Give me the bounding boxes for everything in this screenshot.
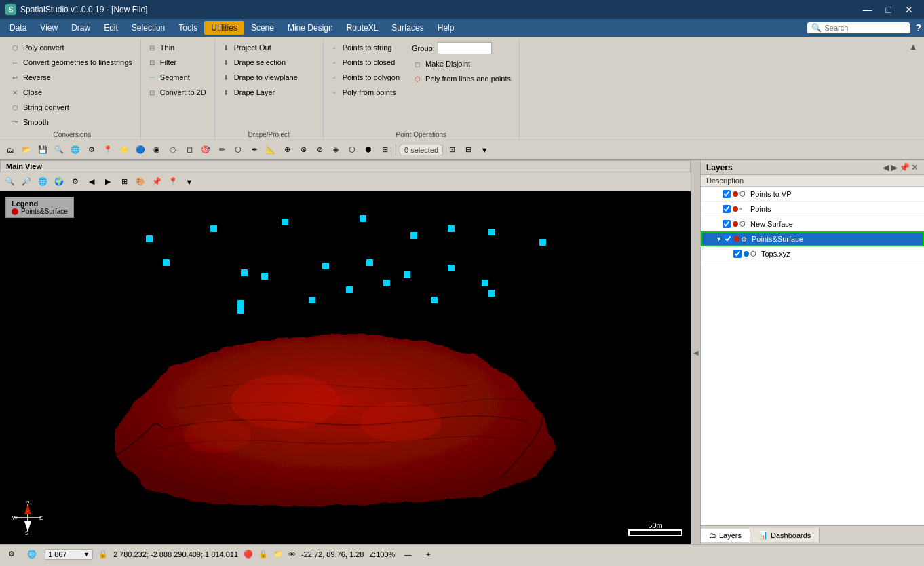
points-to-string-btn[interactable]: ◦ Points to string xyxy=(326,41,402,54)
tool23[interactable]: ⊞ xyxy=(377,143,392,157)
tool14[interactable]: ⬡ xyxy=(231,143,246,157)
tool4[interactable]: 🌐 xyxy=(68,143,83,157)
menu-edit[interactable]: Edit xyxy=(97,21,125,35)
vp-pin2[interactable]: 📍 xyxy=(166,174,180,189)
search-input[interactable] xyxy=(824,24,906,32)
layer-row-new-surface[interactable]: ⬡ New Surface xyxy=(701,216,924,231)
close-btn[interactable]: ✕ Close xyxy=(7,86,135,99)
reverse-btn[interactable]: ↩ Reverse xyxy=(7,71,135,84)
vp-globe1[interactable]: 🌐 xyxy=(35,174,50,189)
tool20[interactable]: ◈ xyxy=(328,143,343,157)
search-box[interactable]: 🔍 xyxy=(807,22,910,33)
vp-pin1[interactable]: 📌 xyxy=(149,174,164,189)
drape-layer-btn[interactable]: ⬇ Drape Layer xyxy=(218,86,317,99)
tool3[interactable]: 🔍 xyxy=(52,143,66,157)
vp-color[interactable]: 🎨 xyxy=(133,174,148,189)
tool15[interactable]: ✒ xyxy=(247,143,262,157)
vp-next[interactable]: ▶ xyxy=(100,174,115,189)
vp-more[interactable]: ▼ xyxy=(182,174,197,189)
tool16[interactable]: 📐 xyxy=(263,143,278,157)
tool21[interactable]: ⬡ xyxy=(345,143,360,157)
save-btn[interactable]: 💾 xyxy=(35,143,50,157)
tab-layers[interactable]: 🗂 Layers xyxy=(701,529,750,542)
minimize-button[interactable]: — xyxy=(858,3,878,16)
tool-sel2[interactable]: ⊟ xyxy=(461,143,476,157)
tool11[interactable]: ◻ xyxy=(182,143,197,157)
status-settings-btn[interactable]: ⚙ xyxy=(4,547,19,562)
open-btn[interactable]: 📂 xyxy=(19,143,34,157)
tool9[interactable]: ◉ xyxy=(149,143,164,157)
vp-grid[interactable]: ⊞ xyxy=(117,174,132,189)
layers-close[interactable]: ✕ xyxy=(911,162,919,172)
help-button[interactable]: ? xyxy=(915,22,921,33)
tool18[interactable]: ⊗ xyxy=(296,143,311,157)
layers-panel-header-btns[interactable]: ◀ ▶ 📌 ✕ xyxy=(883,162,919,172)
layers-nav-next[interactable]: ▶ xyxy=(891,162,898,172)
collapse-handle[interactable]: ◀ xyxy=(691,160,700,544)
menu-routexl[interactable]: RouteXL xyxy=(340,21,385,35)
layer-visibility-pts-vp[interactable] xyxy=(723,190,731,198)
points-to-polygon-btn[interactable]: ◦ Points to polygon xyxy=(326,71,402,84)
drape-selection-btn[interactable]: ⬇ Drape selection xyxy=(218,56,317,69)
menu-data[interactable]: Data xyxy=(3,21,33,35)
layer-row-tops-xyz[interactable]: ⬡ Tops.xyz xyxy=(701,246,924,261)
menu-selection[interactable]: Selection xyxy=(125,21,172,35)
thin-btn[interactable]: ⊟ Thin xyxy=(144,41,209,54)
tab-dashboards[interactable]: 📊 Dashboards xyxy=(750,528,820,542)
vp-prev[interactable]: ◀ xyxy=(84,174,99,189)
tool-sel1[interactable]: ⊡ xyxy=(444,143,459,157)
tool13[interactable]: ✏ xyxy=(214,143,229,157)
tool5[interactable]: ⚙ xyxy=(84,143,99,157)
menu-mine-design[interactable]: Mine Design xyxy=(281,21,340,35)
segment-btn[interactable]: 〰 Segment xyxy=(144,71,209,84)
menu-scene[interactable]: Scene xyxy=(244,21,281,35)
new-file-btn[interactable]: 🗂 xyxy=(3,143,18,157)
status-plus-btn[interactable]: + xyxy=(421,547,436,562)
viewport-3d[interactable]: Legend Points&Surface xyxy=(0,191,691,544)
string-convert-btn[interactable]: ⬡ String convert xyxy=(7,100,135,114)
close-button[interactable]: ✕ xyxy=(900,3,919,16)
vp-zoom-out[interactable]: 🔎 xyxy=(19,174,34,189)
tool6[interactable]: 📍 xyxy=(100,143,115,157)
menu-surfaces[interactable]: Surfaces xyxy=(385,21,430,35)
maximize-button[interactable]: □ xyxy=(881,3,897,16)
tool10[interactable]: ◌ xyxy=(166,143,180,157)
smooth-btn[interactable]: 〜 Smooth xyxy=(7,115,135,129)
vp-zoom-in[interactable]: 🔍 xyxy=(3,174,18,189)
points-to-closed-btn[interactable]: ◦ Points to closed xyxy=(326,56,402,69)
vp-globe2[interactable]: 🌍 xyxy=(52,174,66,189)
convert-geometries-btn[interactable]: ↔ Convert geometries to linestrings xyxy=(7,56,135,69)
filter-btn[interactable]: ⊡ Filter xyxy=(144,56,209,69)
title-bar-controls[interactable]: — □ ✕ xyxy=(858,3,919,16)
tool-dropdown[interactable]: ▼ xyxy=(477,143,492,157)
poly-convert-btn[interactable]: ⬡ Poly convert xyxy=(7,41,135,54)
layer-visibility-pts[interactable] xyxy=(723,205,731,213)
vp-settings[interactable]: ⚙ xyxy=(68,174,83,189)
layer-row-points[interactable]: ◦ Points xyxy=(701,202,924,216)
layer-visibility-pts-surf[interactable] xyxy=(724,235,732,243)
layer-visibility-tops[interactable] xyxy=(733,250,742,258)
layer-row-points-to-vp[interactable]: ⬡ Points to VP xyxy=(701,187,924,202)
layer-row-points-surface[interactable]: ▼ ⚙ Points&Surface xyxy=(701,231,924,246)
layers-nav-prev[interactable]: ◀ xyxy=(883,162,889,172)
menu-draw[interactable]: Draw xyxy=(64,21,97,35)
drape-viewplane-btn[interactable]: ⬇ Drape to viewplane xyxy=(218,71,317,84)
poly-from-lines-btn[interactable]: ⬡ Poly from lines and points xyxy=(409,72,514,86)
layer-visibility-new-surf[interactable] xyxy=(723,220,731,228)
tool8[interactable]: 🔵 xyxy=(133,143,148,157)
zoom-dropdown[interactable]: ▼ xyxy=(83,551,90,558)
group-input[interactable] xyxy=(438,42,492,54)
tool17[interactable]: ⊕ xyxy=(280,143,294,157)
status-globe-btn[interactable]: 🌐 xyxy=(24,547,39,562)
status-minus-btn[interactable]: — xyxy=(400,547,415,562)
ribbon-collapse-btn[interactable]: ▲ xyxy=(909,42,917,52)
tool22[interactable]: ⬢ xyxy=(361,143,376,157)
zoom-input[interactable] xyxy=(48,550,82,559)
menu-utilities[interactable]: Utilities xyxy=(204,21,244,35)
menu-view[interactable]: View xyxy=(33,21,64,35)
tool19[interactable]: ⊘ xyxy=(312,143,327,157)
convert-2d-btn[interactable]: ⊡ Convert to 2D xyxy=(144,86,209,99)
menu-help[interactable]: Help xyxy=(431,21,461,35)
tool12[interactable]: 🎯 xyxy=(198,143,213,157)
layers-pin[interactable]: 📌 xyxy=(899,162,910,172)
